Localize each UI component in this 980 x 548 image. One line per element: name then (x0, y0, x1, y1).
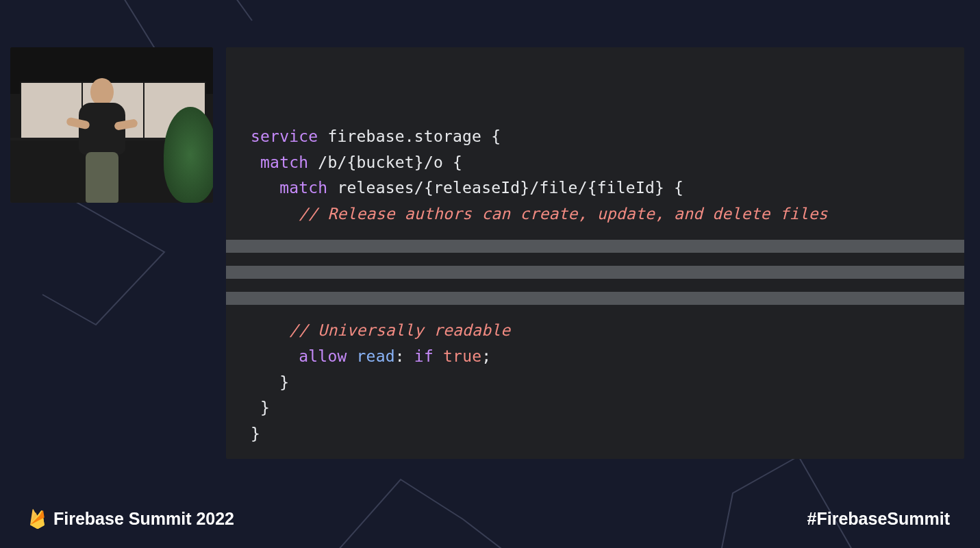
comment-authors: // Release authors can create, update, a… (299, 205, 828, 223)
brace-open: { (674, 179, 683, 197)
brand: Firebase Summit 2022 (30, 508, 234, 529)
hidden-line-gap (226, 305, 964, 318)
brace-close: } (279, 373, 289, 391)
hidden-line (226, 266, 964, 279)
colon: : (395, 347, 414, 365)
path-releases: releases/{releaseId}/file/{fileId} (327, 179, 674, 197)
hidden-line-gap (226, 253, 964, 266)
kw-if: if (414, 347, 434, 365)
hidden-line (226, 292, 964, 305)
bool-true: true (443, 347, 481, 365)
brace-open: { (491, 127, 501, 145)
brace-close: } (260, 399, 270, 416)
hidden-line-gap (226, 227, 964, 240)
code-panel: service firebase.storage { match /b/{buc… (226, 47, 964, 459)
hashtag: #FirebaseSummit (807, 509, 950, 529)
comment-readable: // Universally readable (289, 321, 510, 339)
hidden-line-gap (226, 279, 964, 292)
speaker-video (10, 47, 213, 203)
code-block: service firebase.storage { match /b/{buc… (226, 124, 964, 447)
brand-text: Firebase Summit 2022 (53, 509, 234, 529)
footer: Firebase Summit 2022 #FirebaseSummit (0, 508, 980, 529)
firebase-icon (30, 508, 45, 529)
kw-allow: allow (299, 347, 347, 365)
hidden-line (226, 240, 964, 253)
kw-match: match (260, 153, 308, 171)
brace-open: { (453, 153, 462, 171)
kw-match: match (279, 179, 327, 197)
ident-firebase-storage: firebase.storage (318, 127, 491, 145)
path-bucket: /b/{bucket}/o (308, 153, 453, 171)
semicolon: ; (481, 347, 491, 365)
kw-service: service (251, 127, 318, 145)
allow-read: read (347, 347, 395, 365)
brace-close: } (251, 425, 260, 443)
